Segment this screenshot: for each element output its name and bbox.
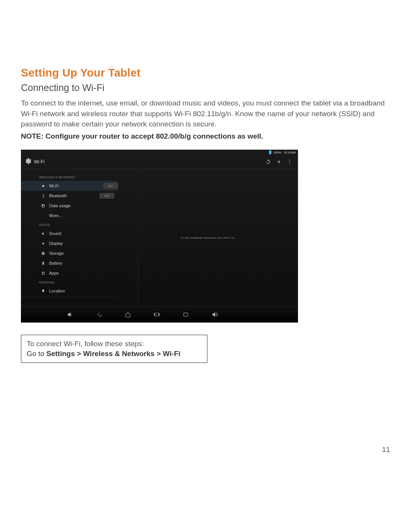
page-subtitle: Connecting to Wi-Fi <box>21 82 390 93</box>
sidebar-item-label: Display <box>49 241 63 246</box>
app-bar: Wi-Fi <box>21 155 298 169</box>
instruction-prefix: Go to <box>27 350 46 358</box>
svg-point-1 <box>289 161 290 162</box>
sidebar-item-label: Sound <box>49 231 61 236</box>
sidebar-item-label: Apps <box>49 271 59 275</box>
svg-rect-5 <box>41 253 44 254</box>
more-icon[interactable] <box>284 159 295 165</box>
svg-rect-16 <box>184 313 188 316</box>
settings-sidebar: WIRELESS & NETWORKS Wi-Fi OFF Bluetooth … <box>21 169 118 306</box>
intro-paragraph: To connect to the internet, use email, o… <box>21 98 390 129</box>
sidebar-item-label: Storage <box>49 251 64 256</box>
storage-icon <box>41 251 45 256</box>
wifi-content-pane: To see available networks, turn Wi-Fi on… <box>118 169 298 306</box>
page-title: Setting Up Your Tablet <box>21 67 390 79</box>
wifi-toggle[interactable]: OFF <box>104 183 118 189</box>
section-device: DEVICE <box>39 224 114 226</box>
sound-icon <box>41 232 45 236</box>
svg-rect-6 <box>41 254 44 255</box>
system-navbar <box>21 306 298 323</box>
svg-rect-8 <box>43 262 43 262</box>
sidebar-item-sound[interactable]: Sound <box>41 228 114 238</box>
battery-icon <box>269 150 271 154</box>
location-icon <box>41 289 45 293</box>
battery-percent: 100% <box>274 151 281 154</box>
screenshot-icon[interactable] <box>182 311 189 318</box>
document-page: Setting Up Your Tablet Connecting to Wi-… <box>0 0 411 532</box>
status-time: 10:31AM <box>284 151 296 154</box>
page-number: 11 <box>382 446 390 454</box>
svg-rect-9 <box>41 272 43 273</box>
tablet-screenshot: 100% 10:31AM Wi-Fi WIRELESS & NETWORKS <box>21 150 298 323</box>
sidebar-item-battery[interactable]: Battery <box>41 258 114 268</box>
add-icon[interactable] <box>274 159 284 165</box>
sidebar-item-more[interactable]: More... <box>41 211 114 220</box>
sidebar-item-storage[interactable]: Storage <box>41 248 114 258</box>
refresh-icon[interactable] <box>263 159 274 165</box>
status-bar: 100% 10:31AM <box>21 150 298 155</box>
sidebar-item-display[interactable]: Display <box>41 238 114 248</box>
display-icon <box>41 241 45 246</box>
instruction-path-line: Go to Settings > Wireless & Networks > W… <box>27 350 202 358</box>
sidebar-item-bluetooth[interactable]: Bluetooth OFF <box>41 191 114 201</box>
data-usage-icon <box>41 204 45 208</box>
svg-rect-14 <box>154 313 155 315</box>
volume-up-icon[interactable] <box>211 311 218 318</box>
svg-rect-12 <box>43 273 45 275</box>
note-paragraph: NOTE: Configure your router to accept 80… <box>21 131 390 142</box>
svg-rect-11 <box>41 273 43 275</box>
sidebar-item-wifi[interactable]: Wi-Fi OFF <box>21 181 118 191</box>
gear-icon <box>24 157 32 166</box>
svg-rect-13 <box>155 313 159 316</box>
section-wireless-networks: WIRELESS & NETWORKS <box>39 176 114 179</box>
svg-rect-7 <box>42 262 44 265</box>
back-icon[interactable] <box>96 311 102 318</box>
sidebar-item-location[interactable]: Location <box>41 286 114 296</box>
wifi-icon <box>41 184 45 188</box>
instruction-intro: To connect Wi-Fi, follow these steps: <box>27 340 202 348</box>
sidebar-item-label: Bluetooth <box>49 193 67 198</box>
volume-down-icon[interactable] <box>67 311 73 318</box>
instruction-path: Settings > Wireless & Networks > Wi-Fi <box>46 350 180 358</box>
instruction-box: To connect Wi-Fi, follow these steps: Go… <box>21 335 207 363</box>
recents-icon[interactable] <box>153 311 160 318</box>
svg-point-0 <box>289 160 290 161</box>
svg-rect-10 <box>43 272 45 273</box>
sidebar-item-data-usage[interactable]: Data usage <box>41 201 114 211</box>
svg-point-3 <box>42 243 44 244</box>
bluetooth-icon <box>41 194 45 198</box>
sidebar-item-label: Location <box>49 289 65 293</box>
sidebar-item-apps[interactable]: Apps <box>41 268 114 278</box>
appbar-title: Wi-Fi <box>34 159 45 165</box>
svg-rect-15 <box>159 313 159 315</box>
settings-body: WIRELESS & NETWORKS Wi-Fi OFF Bluetooth … <box>21 169 298 306</box>
sidebar-item-label: Battery <box>49 261 62 265</box>
sidebar-item-label: Data usage <box>49 203 70 208</box>
home-icon[interactable] <box>124 311 131 318</box>
bluetooth-toggle[interactable]: OFF <box>100 193 114 198</box>
sidebar-item-label: Wi-Fi <box>49 184 59 188</box>
wifi-off-message: To see available networks, turn Wi-Fi on… <box>180 236 235 240</box>
svg-point-2 <box>289 163 290 164</box>
sidebar-item-label: More... <box>49 213 62 218</box>
svg-rect-4 <box>41 252 44 253</box>
battery-item-icon <box>41 261 45 265</box>
section-personal: PERSONAL <box>39 281 114 284</box>
apps-icon <box>41 271 45 275</box>
